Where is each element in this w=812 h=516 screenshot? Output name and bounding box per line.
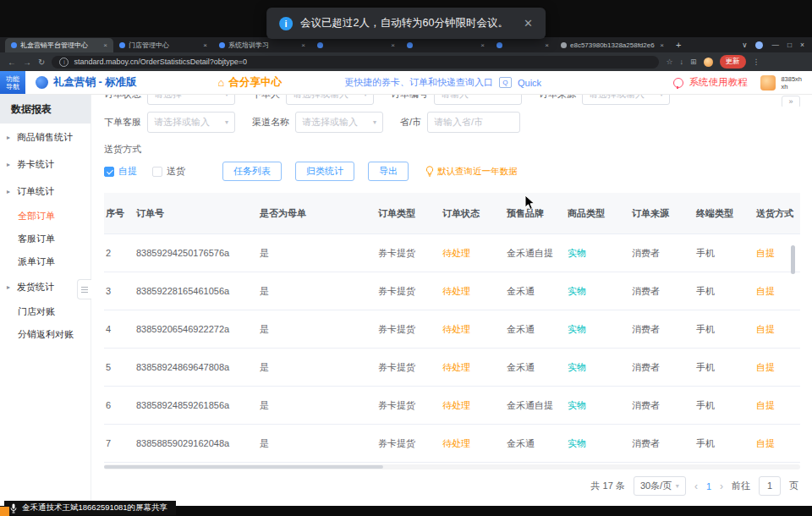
table-row[interactable]: 3 83859228165461056a 是 券卡提货 待处理 金禾通 实物 消… [104, 272, 800, 310]
cell-product-type[interactable]: 实物 [566, 310, 630, 349]
tab-close-icon[interactable]: × [391, 41, 395, 49]
cell-delivery: 自提 [754, 387, 800, 425]
cell-delivery: 自提 [754, 272, 800, 310]
browser-tab[interactable]: 礼盒营销平台管理中心 × [5, 38, 113, 52]
sidebar-item-all-orders[interactable]: 全部订单 [0, 205, 91, 228]
share-app-icon[interactable] [0, 507, 9, 516]
user-icon[interactable] [755, 41, 763, 49]
next-page-button[interactable]: › [720, 480, 723, 492]
app-header: 功能 导航 礼盒营销 - 标准版 ⌂ 合分享中心 更快捷的券卡、订单和快递查询入… [0, 71, 812, 95]
table-row[interactable]: 2 83859294250176576a 是 券卡提货 待处理 金禾通自提 实物… [104, 234, 800, 272]
cell-is-parent: 是 [258, 349, 376, 387]
table-row[interactable]: 4 83859206546922272a 是 券卡提货 待处理 金禾通 实物 消… [104, 310, 800, 349]
tab-close-icon[interactable]: × [103, 41, 107, 49]
sidebar-item-order-stats[interactable]: ▸ 订单统计 [0, 178, 91, 205]
browser-tab[interactable]: 门店管理中心 × [113, 38, 213, 52]
forward-icon[interactable]: → [23, 58, 31, 67]
close-button[interactable]: × [800, 41, 804, 49]
table-row[interactable]: 6 83858924859261856a 是 券卡提货 待处理 金禾通自提 实物… [104, 387, 800, 425]
checkbox-unchecked-icon[interactable] [152, 167, 162, 177]
extensions-icon[interactable]: ⊞ [690, 58, 697, 66]
minimize-button[interactable]: — [771, 41, 779, 49]
cell-product-type[interactable]: 实物 [566, 272, 630, 310]
cell-seq: 5 [104, 349, 134, 387]
reload-icon[interactable]: ↻ [38, 58, 45, 67]
scrollbar-thumb[interactable] [104, 465, 383, 469]
order-source-select[interactable]: 请选择或输入 ▾ [582, 95, 670, 105]
table-row[interactable]: 7 83858859029162048a 是 券卡提货 待处理 金禾通 实物 消… [104, 425, 800, 463]
quick-entry-link[interactable]: 更快捷的券卡、订单和快递查询入口 Q Quick [344, 76, 541, 89]
table-horizontal-scrollbar[interactable] [104, 464, 800, 469]
sidebar-item-product-sales[interactable]: ▸ 商品销售统计 [0, 124, 91, 151]
current-page[interactable]: 1 [706, 481, 711, 491]
tutorial-link[interactable]: 系统使用教程 [689, 76, 747, 89]
sidebar-item-store-reconcile[interactable]: 门店对账 [0, 300, 91, 323]
orderer-select[interactable]: 请选择或输入 ▾ [286, 95, 374, 105]
table-vertical-scrollbar[interactable] [791, 245, 795, 274]
checkbox-checked-icon[interactable] [104, 167, 114, 177]
sidebar-section-data-reports[interactable]: 数据报表 [0, 95, 91, 124]
header-right: 系统使用教程 8385xh xh [673, 75, 812, 91]
default-query-tip: 默认查询近一年数据 [425, 166, 518, 178]
page-size-select[interactable]: 30条/页 ▾ [634, 476, 686, 496]
share-center-link[interactable]: ⌂ 合分享中心 [218, 75, 282, 90]
cell-product-type[interactable]: 实物 [566, 425, 630, 463]
screen: i 会议已超过2人，自动转为60分钟限时会议。 ✕ 礼盒营销平台管理中心 × 门… [0, 0, 812, 516]
channel-name-select[interactable]: 请选择或输入 ▾ [295, 112, 383, 133]
browser-tab[interactable]: 系统培训学习 × [213, 38, 311, 52]
site-info-icon[interactable]: i [59, 58, 69, 67]
cell-product-type[interactable]: 实物 [566, 387, 630, 425]
share-center-icon: ⌂ [218, 77, 225, 88]
tab-close-icon[interactable]: × [203, 41, 207, 49]
quick-q-icon: Q [499, 77, 512, 88]
bookmark-star-icon[interactable]: ☆ [666, 58, 672, 66]
checkbox-delivery[interactable]: 送货 [152, 165, 185, 178]
tab-favicon [561, 42, 567, 48]
user-avatar[interactable] [760, 75, 776, 91]
task-list-button[interactable]: 任务列表 [222, 162, 282, 181]
browser-tab[interactable]: e8c573980b1328a258fd2e6 × [555, 38, 670, 52]
tab-close-icon[interactable]: × [660, 41, 664, 49]
col-delivery-method: 送货方式 [754, 193, 800, 234]
back-icon[interactable]: ← [8, 58, 16, 67]
tab-close-icon[interactable]: × [480, 41, 485, 49]
update-button[interactable]: 更新 [720, 55, 746, 69]
tab-close-icon[interactable]: × [301, 41, 305, 49]
browser-tab[interactable]: × [401, 38, 491, 52]
close-icon[interactable]: ✕ [524, 17, 533, 30]
service-agent-select[interactable]: 请选择或输入 ▾ [147, 112, 235, 133]
order-status-select[interactable]: 请选择 ▾ [147, 95, 235, 105]
sidebar-item-card-stats[interactable]: ▸ 券卡统计 [0, 151, 91, 178]
sidebar-collapse-handle[interactable] [77, 279, 91, 299]
profile-avatar-icon[interactable] [704, 58, 713, 67]
cell-product-type[interactable]: 实物 [566, 349, 630, 387]
download-icon[interactable]: ↓ [679, 58, 683, 66]
kebab-menu-icon[interactable]: ⋮ [753, 58, 760, 66]
new-tab-button[interactable]: + [676, 40, 681, 50]
browser-tab[interactable]: × [311, 38, 401, 52]
browser-tab[interactable]: × [491, 38, 555, 52]
cell-delivery: 自提 [754, 349, 800, 387]
toast-message: 会议已超过2人，自动转为60分钟限时会议。 [300, 16, 508, 30]
checkbox-self-pickup[interactable]: 自提 [104, 165, 137, 178]
sidebar-item-rebate-reconcile[interactable]: 分销返利对账 [0, 323, 91, 346]
address-bar[interactable]: i standard.maboy.cn/OrderStatisticsDetai… [52, 56, 659, 69]
maximize-button[interactable]: □ [787, 41, 792, 49]
chevron-down-icon[interactable]: ∨ [742, 41, 747, 49]
table-row[interactable]: 5 83858924869647808a 是 券卡提货 待处理 金禾通 实物 消… [104, 349, 800, 387]
filter-orderer: 下单人 请选择或输入 ▾ [252, 95, 374, 105]
expand-filters-button[interactable]: » [782, 96, 800, 107]
province-city-input[interactable]: 请输入省/市 [427, 112, 520, 133]
goto-page-input[interactable]: 1 [759, 476, 781, 496]
cell-order-no: 83858859029162048a [134, 425, 258, 463]
export-button[interactable]: 导出 [368, 162, 409, 181]
category-stats-button[interactable]: 归类统计 [295, 162, 354, 181]
order-no-input[interactable]: 请输入 [434, 95, 522, 105]
cell-product-type[interactable]: 实物 [566, 234, 630, 272]
sidebar-item-dispatch-orders[interactable]: 派单订单 [0, 250, 91, 273]
prev-page-button[interactable]: ‹ [694, 480, 698, 492]
function-nav-toggle[interactable]: 功能 导航 [0, 71, 25, 94]
col-seq: 序号 [104, 193, 134, 234]
tab-close-icon[interactable]: × [545, 41, 549, 49]
sidebar-item-service-orders[interactable]: 客服订单 [0, 228, 91, 250]
